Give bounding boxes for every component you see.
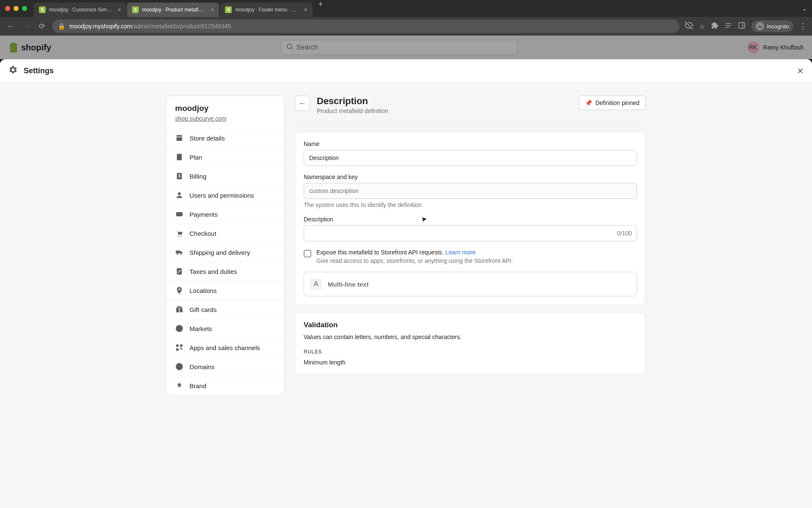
tab-close-icon[interactable]: × <box>211 6 214 13</box>
incognito-label: Incognito <box>767 23 789 30</box>
validation-text: Values can contain letters, numbers, and… <box>304 334 637 340</box>
svg-text:$: $ <box>178 174 181 178</box>
sidebar-item-brand[interactable]: Brand <box>167 376 284 395</box>
new-tab-button[interactable]: + <box>313 0 328 17</box>
svg-point-16 <box>178 235 179 237</box>
rule-min-length: Minimum length <box>304 359 637 366</box>
definition-pinned-button[interactable]: 📌 Definition pinned <box>579 96 646 110</box>
sidebar-item-taxes[interactable]: Taxes and duties <box>167 262 284 281</box>
namespace-help: The system uses this to identify the def… <box>304 202 637 208</box>
rules-label: RULES <box>304 349 637 355</box>
store-name: moodjoy <box>175 104 276 113</box>
address-bar: ← → ⟳ 🔒 moodjoy.myshopify.com/admin/meta… <box>0 17 812 36</box>
sidebar-item-label: Locations <box>189 287 217 294</box>
sidebar-item-label: Brand <box>189 382 206 389</box>
sidebar-item-billing[interactable]: $ Billing <box>167 166 284 185</box>
eye-off-icon[interactable] <box>685 21 693 31</box>
browser-tabstrip: S moodjoy · Customize Sense · S × S mood… <box>0 0 812 17</box>
namespace-label: Namespace and key <box>304 174 637 180</box>
namespace-input <box>304 183 637 199</box>
url-host: moodjoy.myshopify.com <box>69 23 132 30</box>
svg-point-13 <box>178 192 181 195</box>
svg-point-22 <box>178 270 179 271</box>
expose-checkbox[interactable] <box>304 250 311 257</box>
sidepanel-icon[interactable] <box>738 22 746 31</box>
sidebar-item-plan[interactable]: Plan <box>167 147 284 166</box>
sidebar-item-label: Gift cards <box>189 306 217 313</box>
svg-point-20 <box>181 254 182 255</box>
sidebar-item-domains[interactable]: Domains <box>167 357 284 376</box>
svg-rect-10 <box>177 154 182 160</box>
sidebar-item-gift-cards[interactable]: Gift cards <box>167 300 284 319</box>
sidebar-item-label: Payments <box>189 211 218 218</box>
url-input[interactable]: 🔒 moodjoy.myshopify.com/admin/metafields… <box>52 19 680 33</box>
sidebar-item-label: Plan <box>189 154 202 161</box>
window-minimize[interactable] <box>14 6 19 11</box>
billing-icon: $ <box>175 172 184 180</box>
browser-menu-icon[interactable]: ⋮ <box>799 22 807 31</box>
incognito-badge[interactable]: Incognito <box>752 20 793 32</box>
learn-more-link[interactable]: Learn more <box>445 249 476 256</box>
forward-button[interactable]: → <box>21 20 32 33</box>
tab-2-active[interactable]: S moodjoy · Product metafield de × <box>127 3 219 17</box>
tab-close-icon[interactable]: × <box>118 6 121 13</box>
name-input[interactable] <box>304 150 637 166</box>
settings-title: Settings <box>24 66 54 75</box>
tabs: S moodjoy · Customize Sense · S × S mood… <box>34 0 328 17</box>
sidebar-item-users[interactable]: Users and permissions <box>167 185 284 204</box>
taxes-icon <box>175 267 184 276</box>
lock-icon: 🔒 <box>58 23 65 30</box>
window-close[interactable] <box>5 6 10 11</box>
sidebar-item-checkout[interactable]: Checkout <box>167 224 284 243</box>
toolbar-icons: ☆ Incognito ⋮ <box>685 20 807 32</box>
sidebar-item-label: Billing <box>189 173 206 180</box>
window-maximize[interactable] <box>22 6 27 11</box>
tab-1[interactable]: S moodjoy · Customize Sense · S × <box>34 3 126 17</box>
sidebar-item-label: Checkout <box>189 230 216 237</box>
reload-button[interactable]: ⟳ <box>37 20 47 33</box>
plan-icon <box>175 153 184 161</box>
pin-icon: 📌 <box>585 99 592 106</box>
tab-title: moodjoy · Footer menu · Shopi <box>235 7 299 13</box>
name-field: Name <box>304 141 637 166</box>
sidebar-item-label: Taxes and duties <box>189 268 237 275</box>
description-input[interactable] <box>304 225 637 241</box>
content-type-box[interactable]: A Multi-line text <box>304 272 637 296</box>
reading-list-icon[interactable] <box>724 22 732 31</box>
sidebar-header: moodjoy shop.subcurve.com <box>167 96 284 128</box>
page-subtitle: Product metafield definition <box>317 108 572 114</box>
extensions-icon[interactable] <box>711 22 719 31</box>
tab-title: moodjoy · Product metafield de <box>142 7 206 13</box>
description-label: Description <box>304 216 637 223</box>
shopify-favicon: S <box>132 6 139 13</box>
type-label: Multi-line text <box>328 281 369 288</box>
svg-point-19 <box>177 254 178 255</box>
sidebar-item-apps[interactable]: Apps and sales channels <box>167 338 284 357</box>
tab-close-icon[interactable]: × <box>304 6 307 13</box>
sidebar-item-markets[interactable]: Markets <box>167 319 284 338</box>
settings-header: Settings × <box>0 59 812 83</box>
shopify-favicon: S <box>39 6 46 13</box>
sidebar-item-shipping[interactable]: Shipping and delivery <box>167 243 284 262</box>
incognito-icon <box>756 22 764 30</box>
sidebar-item-label: Domains <box>189 363 214 370</box>
svg-point-25 <box>178 288 180 290</box>
close-icon[interactable]: × <box>797 64 804 77</box>
svg-rect-34 <box>176 348 179 351</box>
sidebar-item-payments[interactable]: Payments <box>167 204 284 224</box>
domains-icon <box>175 362 184 371</box>
svg-point-7 <box>760 26 762 27</box>
settings-sidebar: moodjoy shop.subcurve.com Store details … <box>166 96 285 395</box>
sidebar-item-store-details[interactable]: Store details <box>167 128 284 147</box>
back-button[interactable]: ← <box>5 20 16 33</box>
store-url-link[interactable]: shop.subcurve.com <box>175 115 226 122</box>
star-icon[interactable]: ☆ <box>699 22 705 30</box>
sidebar-list: Store details Plan $ Billing Users and p… <box>167 128 284 395</box>
back-button[interactable]: ← <box>295 96 310 111</box>
tab-3[interactable]: S moodjoy · Footer menu · Shopi × <box>220 3 312 17</box>
brand-icon <box>175 381 184 390</box>
sidebar-item-locations[interactable]: Locations <box>167 281 284 300</box>
svg-rect-33 <box>180 345 183 347</box>
page-title: Description <box>317 96 572 107</box>
tab-overflow-icon[interactable]: ⌄ <box>802 5 807 12</box>
